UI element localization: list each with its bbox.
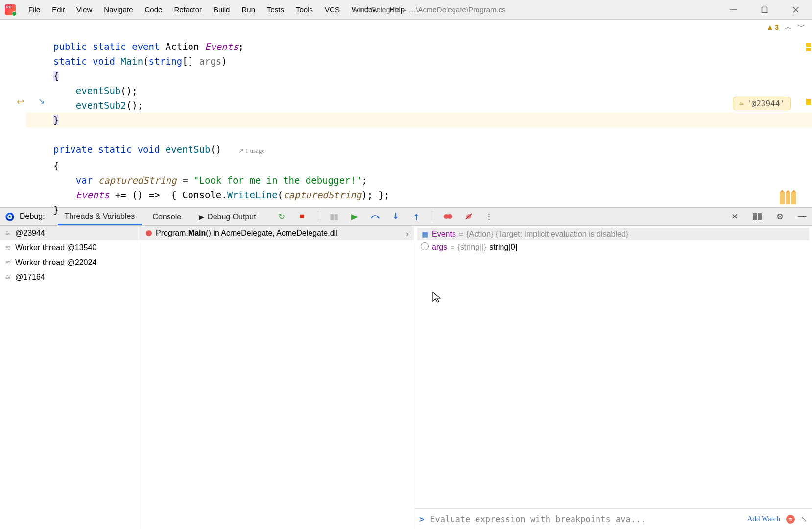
minimize-button[interactable] xyxy=(729,5,738,14)
title-bar: RD FileEditViewNavigateCodeRefactorBuild… xyxy=(0,0,812,20)
grid-icon: ▦ xyxy=(420,230,429,238)
close-button[interactable] xyxy=(791,5,800,14)
resume-button[interactable]: ▶ xyxy=(350,212,359,221)
mute-breakpoints-button[interactable] xyxy=(464,212,474,221)
thread-item[interactable]: ≋@23944 xyxy=(0,226,140,240)
menu-run[interactable]: Run xyxy=(236,3,261,16)
close-panel-button[interactable]: ✕ xyxy=(730,212,740,221)
kw: public xyxy=(53,41,87,52)
evaluate-input[interactable]: Evaluate expression with breakpoints ava… xyxy=(430,514,741,524)
threads-pane[interactable]: ≋@23944≋Worker thread @13540≋Worker thre… xyxy=(0,226,140,529)
window-title: AcmeDelegate – …\AcmeDelegate\Program.cs xyxy=(352,5,505,14)
warning-badge[interactable]: ▲ 3 xyxy=(766,23,779,31)
ident: capturedString xyxy=(283,190,361,200)
step-out-button[interactable] xyxy=(411,212,421,221)
tab-console[interactable]: Console xyxy=(145,208,188,225)
frames-pane[interactable]: Program.Main() in AcmeDelegate, AcmeDele… xyxy=(140,226,414,529)
more-button[interactable]: ⋮ xyxy=(484,212,494,221)
method: WriteLine xyxy=(227,190,278,200)
brace: } xyxy=(53,204,59,215)
code-area[interactable]: public static event Action Events; stati… xyxy=(26,20,812,207)
punct: ( xyxy=(143,56,148,67)
kw: private xyxy=(53,144,93,155)
code-editor[interactable]: ↩ ↘ public static event Action Events; s… xyxy=(0,20,812,207)
usage-hint[interactable]: ↗ 1 usage xyxy=(239,147,265,154)
pencils-widget[interactable] xyxy=(780,192,796,204)
tab-threads-variables[interactable]: Threads & Variables xyxy=(58,208,142,225)
thread-icon: ≋ xyxy=(5,229,11,238)
no-entry-icon[interactable]: = xyxy=(786,515,795,524)
eval-prompt-icon: > xyxy=(419,514,424,524)
separator xyxy=(318,211,318,222)
debug-tool-window-header: 🧿 Debug: Threads & Variables Console ▶De… xyxy=(0,207,812,226)
punct: ; xyxy=(239,41,244,52)
thread-label: @17164 xyxy=(15,273,45,282)
variables-list[interactable]: ▦Events = {Action} {Target: Implicit eva… xyxy=(414,226,812,508)
call: eventSub xyxy=(76,85,121,96)
punct: () xyxy=(210,144,221,155)
thread-item[interactable]: ≋Worker thread @22024 xyxy=(0,255,140,270)
step-over-button[interactable] xyxy=(370,212,380,221)
layout-button[interactable] xyxy=(752,212,762,221)
menu-tests[interactable]: Tests xyxy=(261,3,290,16)
collapse-icon[interactable]: ⤡ xyxy=(801,514,807,524)
kw: var xyxy=(76,175,93,186)
debug-body: ≋@23944≋Worker thread @13540≋Worker thre… xyxy=(0,226,812,529)
call: eventSub2 xyxy=(76,100,126,111)
kw: event xyxy=(132,41,160,52)
variable-name: Events xyxy=(432,230,456,239)
variable-value: string[0] xyxy=(489,243,517,252)
stack-frame[interactable]: Program.Main() in AcmeDelegate, AcmeDele… xyxy=(140,226,414,240)
menu-view[interactable]: View xyxy=(71,3,98,16)
punct: ) xyxy=(221,56,227,67)
menu-file[interactable]: File xyxy=(23,3,46,16)
next-highlight-icon[interactable]: ﹀ xyxy=(798,23,805,32)
add-watch-button[interactable]: Add Watch xyxy=(747,515,780,523)
svg-point-7 xyxy=(447,214,452,219)
menu-build[interactable]: Build xyxy=(208,3,236,16)
punct: (); xyxy=(126,100,143,111)
stop-button[interactable]: ■ xyxy=(297,212,307,221)
rerun-button[interactable]: ↻ xyxy=(277,212,287,221)
punct: [] xyxy=(182,56,193,67)
thread-icon: ≋ xyxy=(5,258,11,267)
thread-label: @23944 xyxy=(15,229,45,238)
variable-row[interactable]: ▦Events = {Action} {Target: Implicit eva… xyxy=(417,228,809,240)
hide-button[interactable]: — xyxy=(797,212,807,221)
debug-title: Debug: xyxy=(20,212,45,221)
menu-code[interactable]: Code xyxy=(139,3,168,16)
debug-icon: 🧿 xyxy=(5,212,15,221)
expand-frames-icon[interactable]: › xyxy=(406,229,409,239)
tab-debug-output[interactable]: ▶Debug Output xyxy=(192,208,263,225)
step-into-button[interactable] xyxy=(391,212,401,221)
settings-button[interactable]: ⚙ xyxy=(775,212,785,221)
view-breakpoints-button[interactable] xyxy=(443,212,453,221)
ident: Events xyxy=(76,190,110,200)
inline-debug-value: ≈'@23944' xyxy=(733,97,791,110)
editor-error-stripe[interactable] xyxy=(807,43,811,185)
menu-refactor[interactable]: Refactor xyxy=(168,3,208,16)
svg-rect-11 xyxy=(758,213,762,220)
editor-gutter: ↩ ↘ xyxy=(0,20,26,207)
menu-tools[interactable]: Tools xyxy=(290,3,319,16)
menu-vcs[interactable]: VCS xyxy=(319,3,346,16)
window-controls xyxy=(729,5,807,14)
prev-highlight-icon[interactable]: ︿ xyxy=(785,23,792,32)
thread-label: Worker thread @22024 xyxy=(15,258,96,267)
punct: (); xyxy=(120,85,137,96)
maximize-button[interactable] xyxy=(760,5,769,14)
separator xyxy=(432,211,432,222)
pause-button[interactable]: ▮▮ xyxy=(329,212,339,221)
editor-inspection-widget[interactable]: ▲ 3 ︿ ﹀ xyxy=(766,23,805,32)
thread-item[interactable]: ≋Worker thread @13540 xyxy=(0,240,140,255)
menu-navigate[interactable]: Navigate xyxy=(98,3,139,16)
brace: { xyxy=(53,160,59,171)
thread-item[interactable]: ≋@17164 xyxy=(0,270,140,285)
param: args xyxy=(199,56,222,67)
variable-row[interactable]: args = {string[]} string[0] xyxy=(417,240,809,254)
menu-edit[interactable]: Edit xyxy=(46,3,71,16)
output-icon: ▶ xyxy=(199,213,204,221)
object-icon xyxy=(420,242,429,252)
punct: ( xyxy=(278,190,283,200)
breakpoint-icon xyxy=(146,230,152,236)
